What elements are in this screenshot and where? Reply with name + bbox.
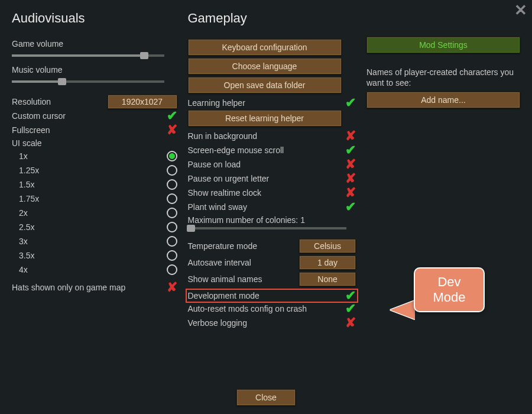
dev-mode-callout: Dev Mode bbox=[414, 267, 485, 312]
game-volume-slider[interactable] bbox=[12, 54, 164, 57]
ui-scale-option[interactable]: 1.25x bbox=[12, 163, 177, 177]
pause-load-toggle[interactable]: ✘ bbox=[345, 158, 356, 171]
realtime-clock-label: Show realtime clock bbox=[188, 188, 262, 198]
callout-tail-icon bbox=[390, 300, 415, 319]
radio-icon[interactable] bbox=[167, 208, 177, 218]
animal-names-label: Show animal names bbox=[188, 274, 262, 284]
ui-scale-option[interactable]: 3.5x bbox=[12, 248, 177, 263]
ui-scale-option[interactable]: 1.5x bbox=[12, 177, 177, 192]
wind-sway-toggle[interactable]: ✔ bbox=[345, 200, 356, 214]
temp-mode-button[interactable]: Celsius bbox=[299, 239, 356, 253]
ui-scale-option-label: 2x bbox=[19, 208, 28, 218]
open-save-folder-button[interactable]: Open save data folder bbox=[188, 77, 342, 93]
keyboard-config-button[interactable]: Keyboard configuration bbox=[188, 39, 342, 56]
animal-names-button[interactable]: None bbox=[299, 272, 356, 286]
ui-scale-option[interactable]: 4x bbox=[12, 263, 177, 277]
max-colonies-slider[interactable] bbox=[188, 227, 346, 229]
ui-scale-option-label: 1x bbox=[19, 151, 28, 161]
realtime-clock-toggle[interactable]: ✘ bbox=[345, 186, 356, 199]
radio-icon[interactable] bbox=[167, 236, 177, 247]
verbose-label: Verbose logging bbox=[188, 318, 247, 328]
dev-mode-toggle[interactable]: ✔ bbox=[345, 289, 356, 302]
ui-scale-option[interactable]: 2.5x bbox=[12, 220, 177, 234]
game-volume-label: Game volume bbox=[12, 39, 177, 48]
ui-scale-option-label: 1.75x bbox=[19, 194, 39, 203]
temp-mode-label: Temperature mode bbox=[188, 241, 258, 251]
ui-scale-option-label: 2.5x bbox=[19, 222, 34, 232]
wind-sway-label: Plant wind sway bbox=[188, 202, 247, 212]
audiovisuals-panel: Audiovisuals Game volume Music volume Re… bbox=[12, 11, 177, 373]
choose-language-button[interactable]: Choose language bbox=[188, 58, 342, 75]
fullscreen-label: Fullscreen bbox=[12, 125, 50, 135]
radio-icon[interactable] bbox=[167, 222, 177, 232]
ui-scale-option-label: 3x bbox=[19, 237, 28, 246]
dev-mode-label: Development mode bbox=[188, 291, 259, 300]
pause-letter-toggle[interactable]: ✘ bbox=[345, 172, 356, 185]
hats-toggle[interactable]: ✘ bbox=[167, 281, 177, 294]
gameplay-heading: Gameplay bbox=[188, 11, 356, 26]
edge-scroll-label: Screen-edge mouse scroll bbox=[188, 145, 284, 155]
ui-scale-option-label: 3.5x bbox=[19, 251, 34, 260]
mod-settings-button[interactable]: Mod Settings bbox=[366, 37, 520, 53]
radio-icon[interactable] bbox=[167, 193, 177, 204]
ui-scale-option-label: 4x bbox=[19, 265, 28, 274]
verbose-toggle[interactable]: ✘ bbox=[345, 316, 356, 329]
custom-cursor-label: Custom cursor bbox=[12, 111, 66, 121]
learning-helper-label: Learning helper bbox=[188, 98, 245, 108]
custom-cursor-toggle[interactable]: ✔ bbox=[167, 109, 177, 122]
ui-scale-option-label: 1.5x bbox=[19, 180, 34, 189]
close-button[interactable]: Close bbox=[236, 389, 296, 406]
pause-letter-label: Pause on urgent letter bbox=[188, 174, 270, 183]
run-background-label: Run in background bbox=[188, 131, 258, 141]
radio-icon[interactable] bbox=[167, 165, 177, 176]
audiovisuals-heading: Audiovisuals bbox=[12, 11, 177, 26]
reset-mods-label: Auto-reset mods config on crash bbox=[188, 304, 307, 313]
resolution-button[interactable]: 1920x1027 bbox=[108, 95, 177, 109]
gameplay-panel: Gameplay Keyboard configuration Choose l… bbox=[188, 11, 356, 373]
hats-label: Hats shown only on game map bbox=[12, 283, 125, 292]
ui-scale-option[interactable]: 2x bbox=[12, 206, 177, 220]
music-volume-slider[interactable] bbox=[12, 80, 164, 83]
reset-mods-toggle[interactable]: ✔ bbox=[345, 302, 356, 315]
ui-scale-option[interactable]: 3x bbox=[12, 234, 177, 248]
mods-panel: Mod Settings Names of player-created cha… bbox=[366, 11, 520, 373]
add-name-button[interactable]: Add name... bbox=[366, 92, 520, 108]
pause-load-label: Pause on load bbox=[188, 160, 241, 169]
ui-scale-option-label: 1.25x bbox=[19, 166, 39, 175]
radio-icon[interactable] bbox=[167, 151, 177, 161]
max-colonies-label: Maximum number of colonies: 1 bbox=[188, 215, 356, 225]
window-close-button[interactable]: ✕ bbox=[514, 2, 527, 18]
autosave-button[interactable]: 1 day bbox=[299, 255, 356, 270]
ui-scale-label: UI scale bbox=[12, 138, 177, 148]
fullscreen-toggle[interactable]: ✘ bbox=[167, 124, 177, 137]
ui-scale-option[interactable]: 1x bbox=[12, 149, 177, 163]
radio-icon[interactable] bbox=[167, 250, 177, 261]
edge-scroll-toggle[interactable]: ✔ bbox=[345, 144, 356, 157]
radio-icon[interactable] bbox=[167, 264, 177, 275]
resolution-label: Resolution bbox=[12, 97, 51, 106]
radio-icon[interactable] bbox=[167, 179, 177, 190]
run-background-toggle[interactable]: ✘ bbox=[345, 130, 356, 143]
ui-scale-option[interactable]: 1.75x bbox=[12, 192, 177, 206]
autosave-label: Autosave interval bbox=[188, 258, 251, 267]
reset-learning-button[interactable]: Reset learning helper bbox=[188, 110, 342, 127]
names-description: Names of player-created characters you w… bbox=[366, 67, 520, 88]
learning-helper-toggle[interactable]: ✔ bbox=[345, 96, 356, 109]
music-volume-label: Music volume bbox=[12, 65, 177, 75]
